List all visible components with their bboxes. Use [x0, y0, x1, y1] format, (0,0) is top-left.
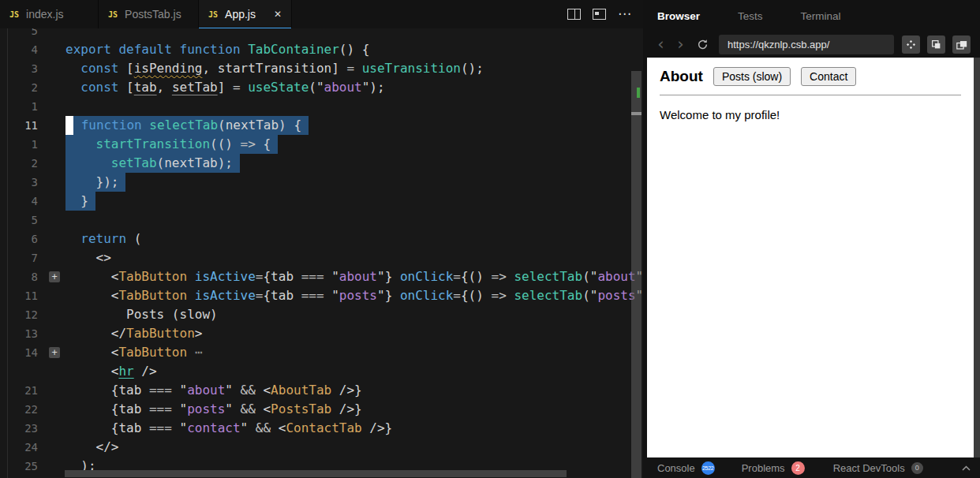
- back-icon[interactable]: ‹: [651, 36, 671, 53]
- line-number: [0, 362, 38, 381]
- code-text: <>: [65, 248, 643, 267]
- code-line[interactable]: 5: [0, 211, 643, 230]
- fold-column: [38, 116, 65, 135]
- code-text: </TabButton>: [65, 324, 643, 343]
- line-number: 5: [0, 28, 38, 40]
- tab-browser[interactable]: Browser: [657, 10, 700, 22]
- code-line[interactable]: 2 setTab(nextTab);: [0, 154, 643, 173]
- scrollbar-position-marker: [631, 112, 641, 115]
- fold-column: [38, 211, 65, 230]
- ide-window: JS index.js JS PostsTab.js JS App.js ✕ ⋯…: [0, 0, 980, 478]
- split-editor-icon[interactable]: [567, 9, 581, 20]
- fold-column: [38, 230, 65, 248]
- code-editor[interactable]: 54export default function TabContainer()…: [0, 28, 643, 478]
- code-line[interactable]: 24 </>: [0, 438, 643, 457]
- open-in-new-window-icon[interactable]: [952, 35, 971, 54]
- code-line[interactable]: 11 function selectTab(nextTab) {: [0, 116, 643, 135]
- code-line[interactable]: 6 return (: [0, 230, 643, 248]
- more-actions-icon[interactable]: ⋯: [618, 10, 632, 18]
- selection-highlight: });: [65, 173, 125, 192]
- line-number: 1: [0, 97, 38, 116]
- code-line[interactable]: 23 {tab === "contact" && <ContactTab />}: [0, 419, 643, 438]
- fold-column: [38, 59, 65, 78]
- line-number: 4: [0, 192, 38, 211]
- fold-column: [38, 192, 65, 211]
- line-number: 7: [0, 248, 38, 267]
- code-text: {tab === "posts" && <PostsTab />}: [65, 400, 643, 419]
- code-line[interactable]: 5: [0, 28, 643, 40]
- close-icon[interactable]: ✕: [274, 9, 282, 20]
- code-line[interactable]: 22 {tab === "posts" && <PostsTab />}: [0, 400, 643, 419]
- fold-column: [38, 419, 65, 438]
- code-line[interactable]: 1 startTransition(() => {: [0, 135, 643, 154]
- preview-panel: Browser Tests Terminal ‹ ›: [643, 0, 980, 478]
- fold-column: [38, 362, 65, 381]
- js-file-icon: JS: [108, 10, 118, 19]
- problems-toggle[interactable]: Problems 2: [742, 461, 805, 475]
- tab-app-js[interactable]: JS App.js ✕: [199, 0, 292, 28]
- line-number: 13: [0, 324, 38, 343]
- code-line[interactable]: 11 <TabButton isActive={tab === "posts"}…: [0, 286, 643, 305]
- browser-scrollbar[interactable]: [974, 58, 980, 457]
- open-preview-icon[interactable]: [593, 9, 606, 20]
- fold-column: [38, 286, 65, 305]
- code-line[interactable]: <hr />: [0, 362, 643, 381]
- code-line[interactable]: 3 });: [0, 173, 643, 192]
- fold-column: [38, 305, 65, 324]
- code-line[interactable]: 4 }: [0, 192, 643, 211]
- fold-column: [38, 97, 65, 116]
- line-number: 25: [0, 457, 38, 476]
- tab-tests[interactable]: Tests: [738, 10, 763, 22]
- code-line[interactable]: 7 <>: [0, 248, 643, 267]
- code-line[interactable]: 14+ <TabButton ⋯: [0, 343, 643, 362]
- tab-label: PostsTab.js: [125, 8, 181, 21]
- duplicate-icon[interactable]: [927, 35, 945, 54]
- selection-highlight: startTransition(() => {: [65, 135, 278, 154]
- fold-column: [38, 28, 65, 40]
- browser-navbar: ‹ ›: [643, 32, 980, 58]
- code-line[interactable]: 8+ <TabButton isActive={tab === "about"}…: [0, 267, 643, 286]
- chevron-up-icon[interactable]: [962, 465, 971, 471]
- console-toggle[interactable]: Console 2522: [657, 461, 715, 475]
- contact-button[interactable]: Contact: [801, 67, 856, 86]
- browser-viewport: About Posts (slow) Contact Welcome to my…: [647, 58, 974, 457]
- tab-index-js[interactable]: JS index.js: [0, 0, 99, 28]
- code-line[interactable]: 1: [0, 97, 643, 116]
- line-number: 22: [0, 400, 38, 419]
- react-devtools-toggle[interactable]: React DevTools 0: [833, 462, 923, 474]
- fold-column: [38, 135, 65, 154]
- code-line[interactable]: 12 Posts (slow): [0, 305, 643, 324]
- editor-vertical-scrollbar[interactable]: [631, 71, 641, 478]
- devtools-count-badge: 0: [911, 462, 923, 474]
- text-cursor: [65, 116, 73, 135]
- posts-slow-button[interactable]: Posts (slow): [713, 67, 791, 86]
- problems-count-badge: 2: [791, 461, 805, 475]
- code-lines: 54export default function TabContainer()…: [0, 28, 643, 476]
- code-line[interactable]: 3 const [isPending, startTransition] = u…: [0, 59, 643, 78]
- modified-line-indicator: [637, 88, 640, 98]
- url-input[interactable]: [719, 35, 894, 54]
- code-line[interactable]: 21 {tab === "about" && <AboutTab />}: [0, 381, 643, 400]
- fold-icon[interactable]: +: [49, 271, 60, 282]
- editor-pane: JS index.js JS PostsTab.js JS App.js ✕ ⋯…: [0, 0, 643, 478]
- code-line[interactable]: 2 const [tab, setTab] = useState("about"…: [0, 78, 643, 97]
- tab-poststab-js[interactable]: JS PostsTab.js: [99, 0, 199, 28]
- code-line[interactable]: 4export default function TabContainer() …: [0, 40, 643, 59]
- refresh-icon[interactable]: [697, 39, 709, 50]
- fold-column: [38, 400, 65, 419]
- code-text: Posts (slow): [65, 305, 643, 324]
- code-text: });: [65, 173, 643, 192]
- code-text: const [tab, setTab] = useState("about");: [65, 78, 643, 97]
- line-number: 12: [0, 305, 38, 324]
- forward-icon[interactable]: ›: [671, 36, 690, 53]
- code-text: <TabButton ⋯: [65, 343, 643, 362]
- code-text: [65, 97, 643, 116]
- fold-icon[interactable]: +: [49, 347, 60, 358]
- tab-terminal[interactable]: Terminal: [801, 10, 841, 22]
- selection-highlight: function selectTab(nextTab) {: [73, 116, 309, 135]
- browser-actions: [902, 35, 971, 54]
- editor-horizontal-scrollbar[interactable]: [65, 470, 567, 477]
- responsive-preview-icon[interactable]: [902, 35, 920, 54]
- code-line[interactable]: 13 </TabButton>: [0, 324, 643, 343]
- editor-actions: ⋯: [567, 0, 643, 28]
